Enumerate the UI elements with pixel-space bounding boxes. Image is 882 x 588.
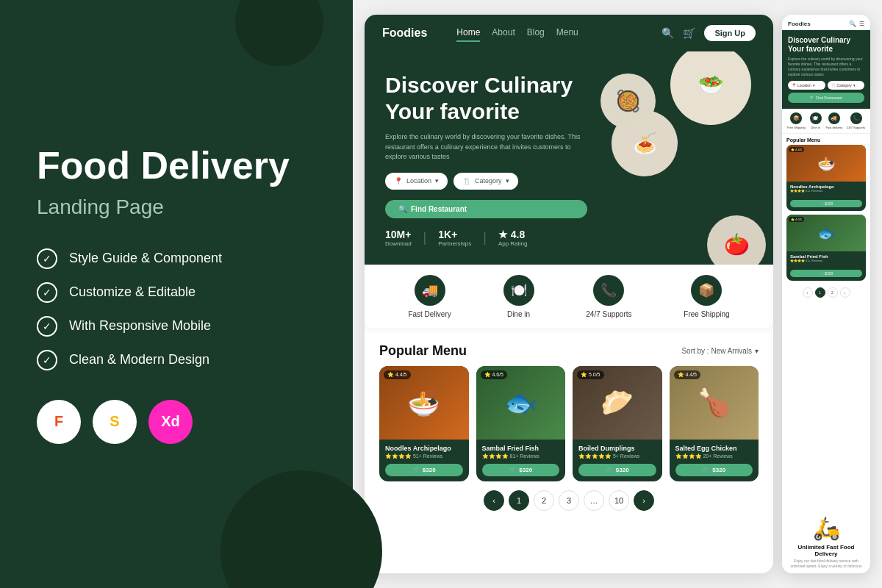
tool-logos: F S Xd — [37, 400, 316, 444]
mobile-menu-icon[interactable]: ☰ — [859, 21, 864, 27]
feature-label-4: Clean & Modern Design — [69, 352, 209, 368]
mobile-fork-icon: 🍴 — [831, 83, 836, 87]
buy-button-1[interactable]: 🛒 $320 — [385, 464, 463, 476]
mobile-category-field[interactable]: 🍴 Category ▾ — [828, 81, 865, 90]
mobile-svc-dine: 🍽️ Dine in — [810, 112, 822, 129]
card-rating-3: ⭐⭐⭐⭐⭐ 5+ Reviews — [578, 453, 656, 459]
card-name-4: Salted Egg Chicken — [675, 445, 753, 452]
feature-label-2: Customize & Editable — [69, 284, 196, 300]
location-chevron: ▾ — [435, 177, 439, 184]
feature-item-3: ✓ With Responsive Mobile — [37, 316, 316, 337]
next-page-button[interactable]: › — [634, 490, 654, 511]
signup-button[interactable]: Sign Up — [704, 25, 756, 41]
check-icon-4: ✓ — [37, 350, 57, 370]
website-preview: Foodies Home About Blog Menu 🔍 🛒 Sign Up… — [365, 15, 773, 573]
navbar: Foodies Home About Blog Menu 🔍 🛒 Sign Up — [365, 15, 773, 51]
mobile-buy-button-1[interactable]: 🛒 $320 — [790, 200, 862, 207]
mobile-preview: Foodies 🔍 ☰ Discover Culinary Your favor… — [782, 15, 870, 573]
nav-link-blog[interactable]: Blog — [527, 24, 545, 42]
menu-card-2: 🐟 ⭐ 4.6/5 Sambal Fried Fish ⭐⭐⭐⭐ 81+ Rev… — [476, 366, 566, 481]
cart-icon[interactable]: 🛒 — [683, 27, 695, 39]
prev-page-button[interactable]: ‹ — [484, 490, 504, 511]
mobile-page-2[interactable]: 2 — [828, 287, 838, 298]
hero-content: Discover Culinary Your favorite Explore … — [385, 72, 587, 247]
mobile-find-button[interactable]: 🔍 Find Restaurant — [788, 93, 864, 103]
rating-badge-4: ⭐ 4.4/5 — [674, 370, 701, 379]
mobile-support-label: 24/7 Supports — [847, 126, 865, 129]
stat-downloads: 10M+ Download — [385, 229, 412, 247]
mobile-page-1[interactable]: 1 — [815, 287, 825, 298]
card-name-2: Sambal Fried Fish — [482, 445, 560, 452]
mobile-hero-desc: Explore the culinary world by discoverin… — [788, 57, 864, 77]
sort-by[interactable]: Sort by : New Arrivals ▾ — [681, 347, 759, 355]
mobile-shipping-label: Free Shipping — [787, 126, 806, 129]
service-free-shipping: 📦 Free Shipping — [684, 275, 729, 318]
food-plate-1: 🥗 — [670, 51, 751, 125]
menu-grid: 🍜 ⭐ 4.4/5 Noodles Archipelago ⭐⭐⭐⭐ 51+ R… — [379, 366, 759, 481]
mobile-support-icon: 📞 — [850, 112, 862, 124]
search-icon[interactable]: 🔍 — [662, 27, 674, 39]
shipping-icon: 📦 — [691, 275, 722, 306]
delivery-illustration: 🛵 — [813, 515, 840, 541]
mobile-card-image-1: 🍜 ⭐ 4.4/5 — [786, 145, 866, 182]
mobile-page-next[interactable]: › — [840, 287, 850, 298]
mobile-hero: Discover Culinary Your favorite Explore … — [782, 30, 870, 109]
card-rating-2: ⭐⭐⭐⭐ 81+ Reviews — [482, 453, 560, 459]
page-3-button[interactable]: 3 — [559, 490, 579, 511]
pagination: ‹ 1 2 3 … 10 › — [379, 490, 759, 511]
nav-link-menu[interactable]: Menu — [556, 24, 578, 42]
buy-button-3[interactable]: 🛒 $320 — [578, 464, 656, 476]
card-image-1: 🍜 ⭐ 4.4/5 — [379, 366, 469, 440]
mobile-rating-1: ⭐ 4.4/5 — [789, 147, 804, 152]
mobile-svc-support: 📞 24/7 Supports — [847, 112, 865, 129]
mobile-menu-card-2: 🐟 ⭐ 4.6/5 Sambal Fried Fish ⭐⭐⭐⭐ 81+ Rev… — [786, 215, 866, 281]
page-2-button[interactable]: 2 — [534, 490, 554, 511]
mobile-delivery-section: 🛵 Unlimited Fast Food Delivery Enjoy our… — [782, 509, 870, 573]
page-10-button[interactable]: 10 — [609, 490, 629, 511]
nav-link-about[interactable]: About — [492, 24, 514, 42]
mobile-search-icon[interactable]: 🔍 — [849, 21, 856, 27]
feature-list: ✓ Style Guide & Component ✓ Customize & … — [37, 248, 316, 370]
mobile-nav-icons: 🔍 ☰ — [849, 21, 864, 27]
page-main-title: Food Delivery — [37, 144, 316, 188]
nav-actions: 🔍 🛒 Sign Up — [662, 25, 756, 41]
mobile-buy-button-2[interactable]: 🛒 $320 — [790, 270, 862, 277]
nav-link-home[interactable]: Home — [456, 24, 480, 42]
location-icon: 📍 — [394, 177, 403, 185]
category-field[interactable]: 🍴 Category ▾ — [453, 173, 518, 190]
food-plate-4: 🥘 — [600, 74, 656, 129]
page-1-button[interactable]: 1 — [509, 490, 529, 511]
menu-section: Popular Menu Sort by : New Arrivals ▾ 🍜 … — [365, 334, 773, 574]
buy-button-4[interactable]: 🛒 $320 — [675, 464, 753, 476]
buy-button-2[interactable]: 🛒 $320 — [482, 464, 560, 476]
card-rating-4: ⭐⭐⭐⭐ 20+ Reviews — [675, 453, 753, 459]
rating-badge-3: ⭐ 5.0/5 — [577, 370, 604, 379]
check-icon-2: ✓ — [37, 282, 57, 303]
feature-item-4: ✓ Clean & Modern Design — [37, 350, 316, 370]
menu-header: Popular Menu Sort by : New Arrivals ▾ — [379, 343, 759, 359]
dine-in-label: Dine in — [507, 310, 530, 318]
cart-icon-3: 🛒 — [606, 467, 613, 473]
mobile-rating-2: ⭐ 4.6/5 — [789, 217, 804, 222]
location-field[interactable]: 📍 Location ▾ — [385, 173, 448, 190]
figma-logo: F — [37, 400, 81, 444]
left-panel: Food Delivery Landing Page ✓ Style Guide… — [0, 0, 353, 588]
sort-chevron: ▾ — [755, 347, 759, 355]
mobile-prev-btn[interactable]: ‹ — [803, 287, 813, 298]
card-image-3: 🥟 ⭐ 5.0/5 — [573, 366, 662, 440]
mobile-brand: Foodies — [788, 21, 811, 27]
location-placeholder: Location — [406, 177, 431, 184]
mobile-delivery-label: Fast delivery — [826, 126, 843, 129]
hero-food-images: 🥗 🍝 🍅 🥘 — [576, 51, 773, 265]
mobile-location-field[interactable]: 📍 Location ▾ — [788, 81, 825, 90]
feature-item-1: ✓ Style Guide & Component — [37, 248, 316, 269]
menu-card-3: 🥟 ⭐ 5.0/5 Boiled Dumplings ⭐⭐⭐⭐⭐ 5+ Revi… — [573, 366, 662, 481]
stat-sep-1: | — [423, 230, 427, 245]
mobile-search-btn-icon: 🔍 — [810, 96, 814, 100]
mobile-card-image-2: 🐟 ⭐ 4.6/5 — [786, 215, 866, 251]
fast-delivery-icon: 🚚 — [415, 275, 445, 306]
hero-title: Discover Culinary Your favorite — [385, 72, 587, 125]
find-restaurant-button[interactable]: 🔍 Find Restaurant — [385, 200, 587, 218]
service-support: 📞 24/7 Supports — [586, 275, 631, 318]
mobile-delivery-icon: 🚚 — [828, 112, 840, 124]
